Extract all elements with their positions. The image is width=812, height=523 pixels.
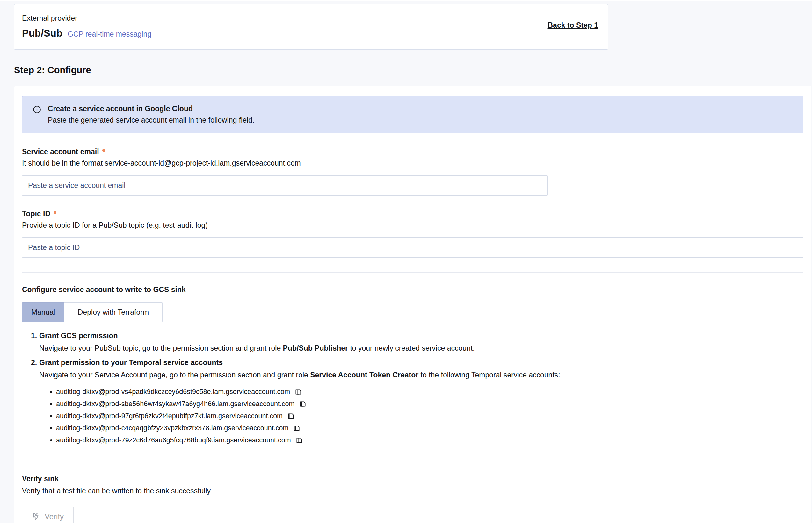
info-banner-title: Create a service account in Google Cloud xyxy=(48,105,254,113)
info-banner-subtitle: Paste the generated service account emai… xyxy=(48,116,254,125)
service-account-row: auditlog-dktxv@prod-c4cqaqgbfzy23vpzkbxz… xyxy=(50,422,804,434)
instruction-step-1: 1. Grant GCS permission Navigate to your… xyxy=(31,331,804,353)
step-1-description: Navigate to your PubSub topic, go to the… xyxy=(39,344,804,353)
step-2-desc-suffix: to the following Temporal service accoun… xyxy=(419,371,560,379)
provider-eyebrow: External provider xyxy=(22,14,598,23)
required-indicator-dot xyxy=(54,211,56,214)
step-2-title: Grant permission to your Temporal servic… xyxy=(39,358,223,367)
temporal-service-account-list: auditlog-dktxv@prod-vs4padk9dkczcey6d6st… xyxy=(50,386,804,446)
copy-icon[interactable] xyxy=(298,399,307,408)
step-2-role-name: Service Account Token Creator xyxy=(310,371,419,379)
service-account-email: auditlog-dktxv@prod-97gr6tp6zkv2t4epubff… xyxy=(56,412,283,420)
service-account-email-input[interactable] xyxy=(22,175,548,196)
bullet-icon xyxy=(50,439,52,441)
tab-manual[interactable]: Manual xyxy=(22,302,64,322)
copy-icon[interactable] xyxy=(294,387,303,396)
tab-deploy-with-terraform[interactable]: Deploy with Terraform xyxy=(64,302,162,322)
step-2-description: Navigate to your Service Account page, g… xyxy=(39,371,804,379)
service-account-email-help: It should be in the format service-accou… xyxy=(22,159,804,167)
provider-name: Pub/Sub xyxy=(22,28,63,39)
configure-sink-title: Configure service account to write to GC… xyxy=(22,285,804,294)
bullet-icon xyxy=(50,391,52,393)
step-1-desc-suffix: to your newly created service account. xyxy=(348,344,475,352)
copy-icon[interactable] xyxy=(292,423,301,433)
topic-id-help: Provide a topic ID for a Pub/Sub topic (… xyxy=(22,221,804,230)
zap-icon xyxy=(32,512,40,521)
service-account-email: auditlog-dktxv@prod-c4cqaqgbfzy23vpzkbxz… xyxy=(56,424,288,432)
verify-sink-subtitle: Verify that a test file can be written t… xyxy=(22,487,804,495)
step-1-desc-prefix: Navigate to your PubSub topic, go to the… xyxy=(39,344,283,352)
provider-title-row: Pub/Sub GCP real-time messaging xyxy=(22,28,598,39)
section-divider xyxy=(22,272,804,273)
topic-id-label: Topic ID xyxy=(22,210,804,218)
bullet-icon xyxy=(50,427,52,429)
step-1-role-name: Pub/Sub Publisher xyxy=(283,344,348,352)
configure-card: Create a service account in Google Cloud… xyxy=(14,86,811,523)
page-title: Step 2: Configure xyxy=(14,65,812,75)
service-account-row: auditlog-dktxv@prod-vs4padk9dkczcey6d6st… xyxy=(50,386,804,398)
service-account-email-label-text: Service account email xyxy=(22,147,99,156)
provider-card: External provider Pub/Sub GCP real-time … xyxy=(14,4,608,50)
manual-instructions: 1. Grant GCS permission Navigate to your… xyxy=(31,331,804,446)
info-banner: Create a service account in Google Cloud… xyxy=(22,95,804,133)
step-2-number: 2. xyxy=(31,358,39,367)
service-account-row: auditlog-dktxv@prod-97gr6tp6zkv2t4epubff… xyxy=(50,410,804,422)
topic-id-label-text: Topic ID xyxy=(22,210,50,218)
bullet-icon xyxy=(50,403,52,405)
step-1-title: Grant GCS permission xyxy=(39,331,118,340)
required-indicator-dot xyxy=(102,149,105,152)
back-to-step-1-link[interactable]: Back to Step 1 xyxy=(548,21,599,30)
service-account-email: auditlog-dktxv@prod-79z2c6d76au6g5fcq768… xyxy=(56,436,291,444)
service-account-email: auditlog-dktxv@prod-vs4padk9dkczcey6d6st… xyxy=(56,388,290,396)
copy-icon[interactable] xyxy=(295,436,304,445)
section-divider xyxy=(22,461,804,461)
topic-id-input[interactable] xyxy=(22,237,804,258)
service-account-email-label: Service account email xyxy=(22,147,804,156)
verify-button-label: Verify xyxy=(45,512,64,521)
configure-method-tabs: Manual Deploy with Terraform xyxy=(22,302,804,322)
bullet-icon xyxy=(50,415,52,417)
step-2-desc-prefix: Navigate to your Service Account page, g… xyxy=(39,371,310,379)
service-account-row: auditlog-dktxv@prod-sbe56h6wr4sykaw47a6y… xyxy=(50,398,804,410)
step-1-number: 1. xyxy=(31,331,39,340)
info-icon xyxy=(33,105,41,114)
verify-button[interactable]: Verify xyxy=(22,507,74,523)
top-border-strip xyxy=(0,0,812,1)
verify-sink-title: Verify sink xyxy=(22,474,804,483)
instruction-step-2: 2. Grant permission to your Temporal ser… xyxy=(31,358,804,379)
service-account-email: auditlog-dktxv@prod-sbe56h6wr4sykaw47a6y… xyxy=(56,400,295,408)
service-account-row: auditlog-dktxv@prod-79z2c6d76au6g5fcq768… xyxy=(50,434,804,446)
copy-icon[interactable] xyxy=(286,412,296,420)
info-banner-text: Create a service account in Google Cloud… xyxy=(48,105,254,125)
provider-tagline: GCP real-time messaging xyxy=(68,30,152,38)
